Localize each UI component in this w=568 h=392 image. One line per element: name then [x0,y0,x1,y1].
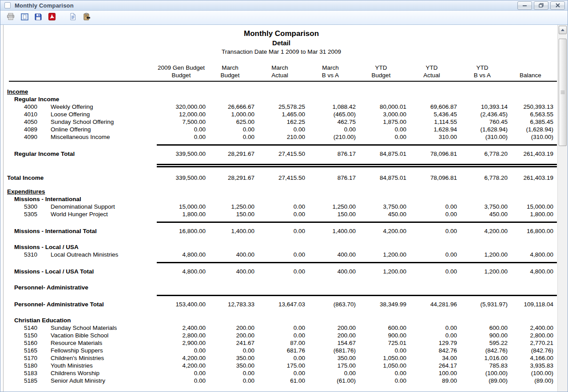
amount-cell: 339,500.00 [157,174,206,182]
account-row: 5180Youth Ministries4,200.00350.00175.00… [5,362,557,369]
amount-cell: 4,800.00 [508,268,553,275]
amount-cell: 27,415.50 [254,174,305,182]
subsection-label: Personnel- Administrative [5,284,88,291]
amount-cell: 2,400.00 [508,324,553,332]
restore-button[interactable] [534,1,548,10]
amount-cell: 2,900.00 [157,339,206,347]
amount-cell [157,317,206,324]
amount-cell: 7,500.00 [157,118,206,126]
amount-cell: 28,291.67 [206,174,254,182]
amount-cell: 0.00 [206,133,254,141]
vertical-scrollbar[interactable] [557,25,568,392]
amount-cell [508,95,553,103]
amount-cell: 1,114.55 [406,118,457,126]
amount-cell: 0.00 [157,126,206,133]
amount-cell [157,195,206,203]
amount-cell: 0.00 [254,227,305,235]
export-pdf-icon [48,13,56,22]
column-header: MarchBudget [206,64,254,79]
amount-cell: 2,400.00 [157,324,206,332]
amount-cell [508,195,553,203]
amount-cell: 3,750.00 [356,203,406,210]
section-header-row: Expenditures [5,188,557,195]
amount-cell [254,88,305,95]
amount-cell: 450.00 [457,210,508,218]
toolbar [0,11,568,25]
paste-clipboard-icon [83,13,91,22]
total-rule [157,295,557,296]
amount-cell: 0.00 [157,369,206,377]
column-header: YTDBudget [356,64,406,79]
amount-cell: 261,403.19 [508,150,553,158]
amount-cell: 3,750.00 [457,203,508,210]
amount-cell: 6,563.55 [508,111,553,118]
amount-cell [457,188,508,195]
export-pdf-button[interactable] [46,12,58,23]
amount-cell: 2,770.21 [508,339,553,347]
window-icon [4,2,11,8]
minimize-button[interactable] [517,1,532,10]
amount-cell: 200.00 [305,324,356,332]
amount-cell: 0.00 [206,369,254,377]
scroll-thumb[interactable] [559,39,567,146]
copy-document-button[interactable] [67,12,79,23]
account-name: Sunday School Materials [51,325,117,331]
amount-cell [508,88,553,95]
amount-cell: 595.22 [457,339,508,347]
amount-cell: 310.00 [406,133,457,141]
content-area: Monthly Comparison Detail Transaction Da… [0,25,568,392]
amount-cell: 162.25 [254,118,305,126]
subsection-label: Missions - International [5,196,81,202]
report-page: Monthly Comparison Detail Transaction Da… [3,25,557,392]
amount-cell: 1,050.00 [356,354,406,362]
subsection-header-row: Regular Income [5,95,557,103]
print-preview-button[interactable] [19,12,30,23]
subsection-header-row: Missions - Local / USA [5,243,557,251]
amount-cell: (842.76) [457,347,508,354]
account-name: Senior Adult Ministry [51,377,105,384]
amount-cell: 129.79 [406,339,457,347]
account-name: World Hunger Project [51,211,108,218]
amount-cell: 150.00 [206,210,254,218]
print-button[interactable] [5,12,16,23]
subsection-label: Christian Education [5,317,71,324]
amount-cell: 450.00 [356,210,406,218]
amount-cell: 250,393.13 [508,103,553,111]
paste-clipboard-button[interactable] [81,12,92,23]
amount-cell: 0.00 [356,377,406,384]
amount-cell: (5,931.97) [457,301,508,308]
amount-cell: 1,400.00 [206,227,254,235]
account-label: 5183Childrens Worship [5,369,157,377]
title-bar: Monthly Comparison [0,0,568,11]
account-row: 5183Childrens Worship0.000.000.000.000.0… [5,369,557,377]
amount-cell: 264.17 [406,362,457,369]
account-name: Weekly Offering [51,103,93,110]
amount-cell: 175.00 [305,362,356,369]
amount-cell [457,88,508,95]
amount-cell [305,88,356,95]
scroll-up-button[interactable] [559,26,567,34]
amount-cell: 0.00 [254,354,305,362]
account-label: 4050Sunday School Offering [5,118,157,126]
amount-cell: (89.00) [508,377,553,384]
amount-cell [305,95,356,103]
amount-cell: 4,166.00 [508,354,553,362]
save-button[interactable] [32,12,44,23]
account-name: Miscellaneous Income [51,134,110,140]
amount-cell: 4,800.00 [157,251,206,258]
report-date-range: Transaction Date Mar 1 2009 to Mar 31 20… [5,48,557,55]
amount-cell: 200.00 [206,332,254,339]
amount-cell [457,195,508,203]
account-label: 5180Youth Ministries [5,362,157,369]
amount-cell: 26,666.67 [206,103,254,111]
close-button[interactable] [550,1,565,10]
amount-cell: 0.00 [254,268,305,275]
window-title: Monthly Comparison [15,2,517,9]
amount-cell: 320,000.00 [157,103,206,111]
column-header: YTDActual [406,64,457,79]
total-label: Missions - Local / USA Total [5,268,94,275]
amount-cell: 0.00 [254,251,305,258]
amount-cell: 900.00 [356,332,406,339]
header-rule [9,81,557,82]
amount-cell: 0.00 [254,210,305,218]
